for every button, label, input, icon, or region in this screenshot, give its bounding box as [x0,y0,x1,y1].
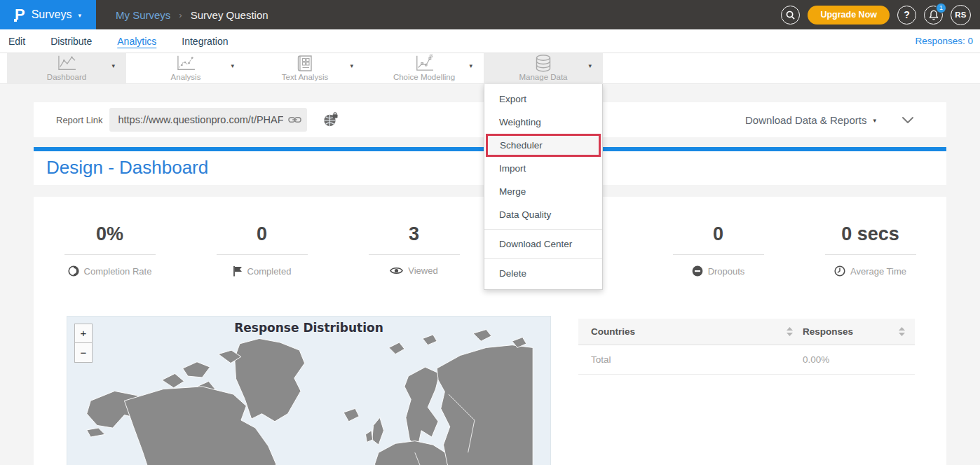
caret-down-icon: ▾ [111,62,115,69]
tab-choice-modelling[interactable]: Choice Modelling▾ [365,53,484,84]
responses-cell: 0.00% [803,354,915,365]
menu-item-weighting[interactable]: Weighting [484,111,602,134]
countries-table-rows: Total0.00% [578,345,915,375]
line-chart-icon [7,55,126,71]
menu-item-delete[interactable]: Delete [484,262,602,285]
tab-analysis[interactable]: Analysis▾ [126,53,245,84]
menu-item-export[interactable]: Export [484,88,602,111]
avatar-initials: RS [955,11,967,19]
tab-dashboard[interactable]: Dashboard▾ [7,53,126,84]
notification-badge: 1 [936,3,946,13]
sort-countries-button[interactable] [787,327,793,336]
stat-label-row: Dropouts [692,265,745,277]
nav-item-integration[interactable]: Integration [182,36,228,47]
stat-label: Completion Rate [84,266,152,277]
upgrade-now-button[interactable]: Upgrade Now [808,6,890,25]
text-doc-icon [245,55,365,71]
notifications-button[interactable]: 1 [924,6,943,25]
table-row: Total0.00% [578,345,915,375]
map-zoom-in-button[interactable]: + [74,324,93,343]
stat-dropouts: 0Dropouts [642,223,794,279]
contrast-icon [68,265,79,277]
menu-item-scheduler[interactable]: Scheduler [486,134,601,157]
choice-chart-icon [365,55,484,71]
eye-icon [390,266,403,275]
help-button[interactable]: ? [897,6,916,25]
divider [64,254,156,255]
caret-down-icon: ▾ [588,62,592,69]
surveys-product-button[interactable]: P Surveys ▾ [0,0,96,29]
help-icon: ? [904,9,910,20]
nav-item-distribute[interactable]: Distribute [50,36,92,47]
world-map[interactable] [67,317,551,465]
chevron-down-icon [901,116,914,124]
minus-circle-icon [692,265,703,277]
product-label: Surveys [32,8,72,21]
tab-manage-data[interactable]: Manage Data▾ [484,53,603,84]
stat-completion-rate: 0%Completion Rate [34,223,186,279]
top-actions: Upgrade Now ? 1 RS [781,5,980,25]
report-visibility-button[interactable] [322,112,339,127]
avatar[interactable]: RS [951,5,971,25]
search-button[interactable] [781,6,800,25]
search-icon [786,11,795,20]
link-icon[interactable] [288,116,301,124]
survey-nav-items: EditDistributeAnalyticsIntegration [0,36,228,47]
menu-divider [484,258,602,259]
menu-item-merge[interactable]: Merge [484,180,602,203]
tab-label: Dashboard [7,73,126,81]
manage-data-menu: ExportWeightingSchedulerImportMergeData … [484,84,603,290]
tab-label: Manage Data [484,73,603,81]
countries-column-header: Countries [591,326,635,337]
caret-down-icon: ▾ [469,62,472,69]
responses-column-header: Responses [803,326,853,337]
chevron-down-icon: ▾ [78,12,81,19]
report-link-label: Report Link [56,115,102,125]
sort-icon [787,327,793,336]
download-data-reports-dropdown[interactable]: Download Data & Reports ▾ [745,114,876,126]
collapse-report-bar-button[interactable] [901,116,914,124]
stat-label: Average Time [850,266,906,277]
responses-count: Responses: 0 [915,36,980,46]
clock-icon [834,265,845,277]
database-icon [484,55,603,71]
scatter-chart-icon [126,55,245,71]
countries-table: Countries Responses Total0.00% [578,319,915,375]
country-cell: Total [578,354,803,365]
tab-text-analysis[interactable]: Text Analysis▾ [245,53,365,84]
stat-label-row: Average Time [834,265,906,277]
map-title: Response Distribution [67,321,550,335]
tab-label: Analysis [126,73,245,81]
app: { "colors":{ "accent_blue":"#1b87e6", "t… [0,0,980,465]
map-zoom-out-button[interactable]: − [74,343,93,363]
tab-label: Text Analysis [245,73,365,81]
nav-item-edit[interactable]: Edit [8,36,25,47]
divider [673,254,764,255]
stat-value: 0% [34,223,186,245]
stat-label: Dropouts [708,266,745,277]
report-url-wrap [109,108,307,132]
caret-down-icon: ▾ [231,62,234,69]
top-bar: P Surveys ▾ My Surveys › Survey Question… [0,0,980,29]
download-data-reports-label: Download Data & Reports [745,114,866,126]
menu-divider [484,229,602,230]
breadcrumb-my-surveys[interactable]: My Surveys [116,9,170,21]
divider [825,254,916,255]
report-url-input[interactable] [109,108,307,132]
flag-icon [233,265,243,277]
stat-label-row: Viewed [390,265,437,276]
nav-item-analytics[interactable]: Analytics [117,36,156,47]
map-zoom-controls: + − [74,324,93,363]
questionpro-logo-icon: P [15,7,25,22]
caret-down-icon: ▾ [873,117,876,124]
stat-label-row: Completed [233,265,292,277]
stat-value: 0 secs [794,223,946,245]
breadcrumb-current: Survey Question [191,9,268,21]
stat-value: 3 [338,223,490,245]
menu-item-import[interactable]: Import [484,157,602,180]
sort-icon [899,327,905,336]
menu-item-download-center[interactable]: Download Center [484,233,602,256]
sort-responses-button[interactable] [899,327,905,336]
divider [369,254,460,255]
menu-item-data-quality[interactable]: Data Quality [484,203,602,226]
